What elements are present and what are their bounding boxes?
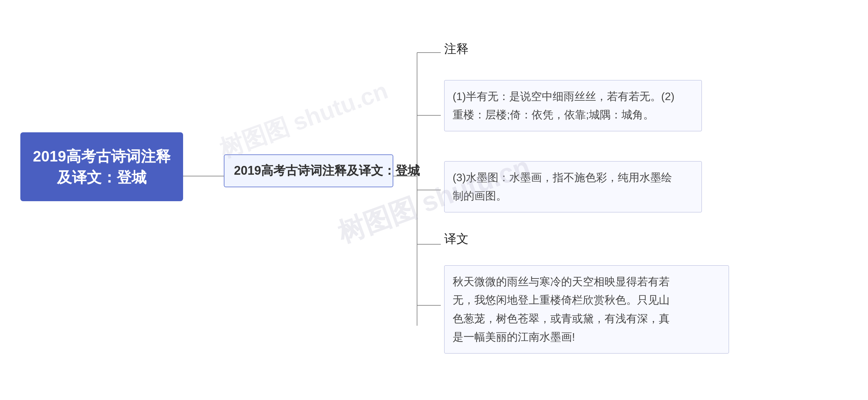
watermark-2: 树图图 shutu.cn (215, 75, 392, 165)
annotation-content-1: (1)半有无：是说空中细雨丝丝，若有若无。(2) 重楼：层楼;倚：依凭，依靠;城… (444, 80, 702, 131)
annotation-label: 注释 (444, 41, 469, 57)
mid-node: 2019高考古诗词注释及译文：登城 (224, 154, 393, 187)
root-node-label: 2019高考古诗词注释及译文：登城 (33, 148, 171, 186)
translation-content: 秋天微微的雨丝与寒冷的天空相映显得若有若 无，我悠闲地登上重楼倚栏欣赏秋色。只见… (444, 265, 729, 354)
root-node: 2019高考古诗词注释及译文：登城 (20, 132, 183, 201)
translation-label: 译文 (444, 231, 469, 247)
annotation-content-2: (3)水墨图：水墨画，指不施色彩，纯用水墨绘 制的画图。 (444, 161, 702, 212)
mid-node-label: 2019高考古诗词注释及译文：登城 (234, 164, 420, 177)
mind-map: 2019高考古诗词注释及译文：登城 2019高考古诗词注释及译文：登城 注释 (… (0, 0, 868, 400)
